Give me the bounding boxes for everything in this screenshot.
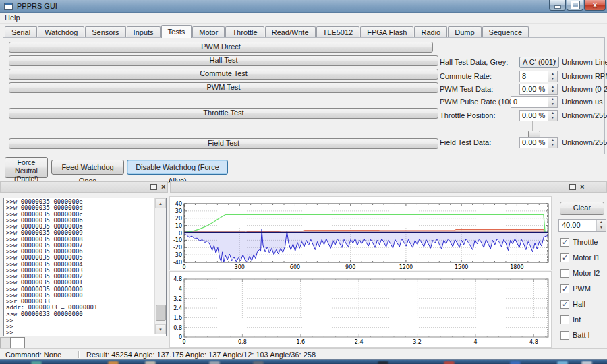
spin-arrows[interactable]: ▲▼ xyxy=(548,97,557,107)
spin-arrows[interactable]: ▲▼ xyxy=(548,111,557,121)
scale-spinbox[interactable]: 40.00 ▲▼ xyxy=(558,219,606,232)
svg-text:-10: -10 xyxy=(173,237,182,243)
taskbar-app-icon[interactable] xyxy=(108,361,119,364)
channel-row-hall[interactable]: ✓Hall xyxy=(560,300,607,315)
spin-down-icon[interactable]: ▼ xyxy=(548,89,557,94)
channel-row-pwm[interactable]: ✓PWM xyxy=(560,284,607,300)
spin-up-icon[interactable]: ▲ xyxy=(548,111,557,115)
plots-dock-titlebar[interactable]: × xyxy=(170,181,607,193)
tab-bar: SerialWatchdogSensorsInputsTestsMotorThr… xyxy=(5,25,529,37)
channel-row-motor-i2[interactable]: Motor I2 xyxy=(560,269,607,284)
channel-row-motor-i1[interactable]: ✓Motor I1 xyxy=(560,253,607,269)
field-label: Commute Rate: xyxy=(440,72,492,80)
svg-text:1.6: 1.6 xyxy=(296,339,305,345)
spin-down-icon[interactable]: ▼ xyxy=(548,76,557,81)
taskbar-app-icon[interactable] xyxy=(444,361,455,364)
float-dock-icon[interactable] xyxy=(569,184,576,190)
field-test-button[interactable]: Field Test xyxy=(9,138,438,149)
svg-text:4.8: 4.8 xyxy=(529,339,538,345)
checkbox-checked-icon[interactable]: ✓ xyxy=(560,300,569,309)
close-dock-icon[interactable]: × xyxy=(580,183,584,190)
checkbox-checked-icon[interactable]: ✓ xyxy=(560,238,569,247)
console-scrollbar[interactable]: ▲ ▼ xyxy=(154,198,166,334)
tab-dump[interactable]: Dump xyxy=(448,26,481,37)
svg-text:3.2: 3.2 xyxy=(173,296,182,302)
spin-down-icon[interactable]: ▼ xyxy=(548,142,557,147)
spin-arrows[interactable]: ▲▼ xyxy=(548,71,557,82)
titlebar[interactable]: PPPRS GUI x xyxy=(0,0,607,13)
checkbox-checked-icon[interactable]: ✓ xyxy=(560,253,569,262)
checkbox-unchecked-icon[interactable] xyxy=(560,269,569,278)
tab-tests[interactable]: Tests xyxy=(161,25,192,38)
checkbox-unchecked-icon[interactable] xyxy=(560,331,569,340)
maximize-button[interactable] xyxy=(567,0,583,11)
close-button[interactable]: x xyxy=(584,0,606,11)
spin-up-icon[interactable]: ▲ xyxy=(548,138,557,142)
channel-row-int[interactable]: Int xyxy=(560,315,607,331)
taskbar-app-icon[interactable] xyxy=(209,361,220,364)
field-test-data-spinbox[interactable]: 0.00 % ▲▼ xyxy=(519,137,558,148)
tab-serial[interactable]: Serial xyxy=(5,26,37,37)
spin-up-icon[interactable]: ▲ xyxy=(548,84,557,89)
spin-up-icon[interactable]: ▲ xyxy=(548,71,557,76)
commute-rate-spinbox[interactable]: 8 ▲▼ xyxy=(519,71,558,82)
spin-up-icon[interactable]: ▲ xyxy=(548,97,557,102)
field-row-commute-rate: Commute Rate: 8 ▲▼ Unknown RPM xyxy=(440,71,607,82)
svg-text:40: 40 xyxy=(175,201,182,207)
tab-tle5012[interactable]: TLE5012 xyxy=(316,26,360,37)
taskbar-app-icon[interactable] xyxy=(378,361,388,364)
checkbox-checked-icon[interactable]: ✓ xyxy=(560,284,569,293)
taskbar-app-icon[interactable] xyxy=(510,361,521,364)
channel-row-throttle[interactable]: ✓Throttle xyxy=(560,238,607,253)
spin-down-icon[interactable]: ▼ xyxy=(548,102,557,107)
throttle-position-spinbox[interactable]: 0.00 % ▲▼ xyxy=(519,110,558,121)
pwm-direct-button[interactable]: PWM Direct xyxy=(9,42,433,53)
svg-text:1200: 1200 xyxy=(399,264,413,270)
console-dock-titlebar[interactable]: × xyxy=(0,181,168,193)
tab-motor[interactable]: Motor xyxy=(192,26,225,37)
spin-arrows[interactable]: ▲▼ xyxy=(548,84,557,94)
close-dock-icon[interactable]: × xyxy=(161,183,165,190)
spin-down-icon[interactable]: ▼ xyxy=(597,225,606,230)
tab-radio[interactable]: Radio xyxy=(414,26,447,37)
taskbar-app-icon[interactable] xyxy=(253,361,264,364)
force-neutral-button[interactable]: Force Neutral (Panic!) xyxy=(5,157,48,178)
hall-grey-combobox[interactable]: A C' (001) ▼ xyxy=(519,57,559,68)
serial-console-log[interactable]: >>w 00000035 0000000e >>w 00000035 00000… xyxy=(3,198,167,336)
tab-inputs[interactable]: Inputs xyxy=(127,26,161,37)
scroll-down-icon[interactable]: ▼ xyxy=(155,324,166,334)
taskbar-app-icon[interactable] xyxy=(581,361,592,364)
tab-throttle[interactable]: Throttle xyxy=(225,26,264,37)
spin-arrows[interactable]: ▲▼ xyxy=(596,220,606,231)
taskbar-app-icon[interactable] xyxy=(145,361,156,364)
taskbar-app-icon[interactable] xyxy=(557,361,568,364)
scrollbar-thumb[interactable] xyxy=(156,305,166,321)
taskbar-app-icon[interactable] xyxy=(31,361,42,364)
throttle-test-button[interactable]: Throttle Test xyxy=(9,108,438,119)
menu-help[interactable]: Help xyxy=(5,13,20,22)
pwm-test-data-spinbox[interactable]: 0.00 % ▲▼ xyxy=(519,84,558,95)
hall-test-button[interactable]: Hall Test xyxy=(9,55,438,66)
pwm-test-button[interactable]: PWM Test xyxy=(9,82,438,93)
tab-sequence[interactable]: Sequence xyxy=(482,26,529,37)
spin-up-icon[interactable]: ▲ xyxy=(597,220,606,224)
windows-taskbar[interactable] xyxy=(0,359,607,364)
feed-watchdog-once-button[interactable]: Feed Watchdog Once xyxy=(51,160,124,175)
tab-sensors[interactable]: Sensors xyxy=(85,26,125,37)
tab-watchdog[interactable]: Watchdog xyxy=(38,26,84,37)
pwm-pulse-rate-spinbox[interactable]: 0 ▲▼ xyxy=(511,96,558,108)
tab-fpga-flash[interactable]: FPGA Flash xyxy=(360,26,413,37)
spin-down-icon[interactable]: ▼ xyxy=(548,115,557,120)
channel-row-batt-i[interactable]: Batt I xyxy=(560,331,607,346)
minimize-button[interactable] xyxy=(549,0,566,11)
spinbox-value: 40.00 xyxy=(562,221,581,229)
disable-watchdog-button[interactable]: Disable Watchdog (Force Alive) xyxy=(127,160,228,175)
field-row-hall: Hall Test Data, Grey: A C' (001) ▼ Unkno… xyxy=(440,57,607,68)
tab-read-write[interactable]: Read/Write xyxy=(265,26,316,37)
commute-test-button[interactable]: Commute Test xyxy=(9,69,438,80)
float-dock-icon[interactable] xyxy=(150,184,157,190)
spin-arrows[interactable]: ▲▼ xyxy=(548,138,557,148)
checkbox-unchecked-icon[interactable] xyxy=(560,315,569,324)
scroll-up-icon[interactable]: ▲ xyxy=(155,198,166,208)
clear-button[interactable]: Clear xyxy=(560,202,604,215)
